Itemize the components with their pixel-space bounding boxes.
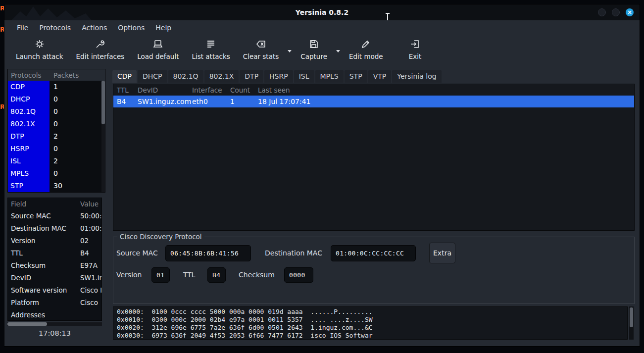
load-default-button[interactable]: Load default	[131, 35, 185, 62]
packet-interface-cell: eth0	[189, 98, 227, 105]
scrollbar-thumb[interactable]	[7, 322, 47, 326]
destination-mac-input[interactable]	[331, 245, 416, 261]
checksum-input[interactable]	[284, 267, 313, 283]
protocol-row[interactable]: 802.1X 0	[8, 118, 102, 130]
scrollbar-thumb[interactable]	[101, 81, 105, 124]
field-row[interactable]: DevID SW1.ing	[8, 272, 101, 284]
menu-options[interactable]: Options	[112, 21, 150, 34]
maximize-button[interactable]	[612, 8, 620, 16]
field-row[interactable]: Source MAC 50:00:0	[8, 210, 101, 222]
protocol-row[interactable]: STP 30	[8, 180, 102, 192]
capture-button[interactable]: Capture	[294, 35, 334, 62]
tab-yersinia-log[interactable]: Yersinia log	[392, 70, 441, 83]
tab-cdp[interactable]: CDP	[112, 70, 137, 83]
tab-mpls[interactable]: MPLS	[315, 70, 344, 83]
field-row[interactable]: Checksum E97A	[8, 259, 101, 272]
protocol-row[interactable]: MPLS 0	[8, 167, 102, 180]
window-title: Yersinia 0.8.2	[4, 4, 640, 20]
ttl-label: TTL	[183, 271, 196, 279]
column-header-ttl[interactable]: TTL	[113, 86, 134, 94]
protocol-name-cell: HSRP	[8, 143, 50, 155]
wrench-icon	[94, 38, 106, 50]
toolbar-label: List attacks	[192, 52, 230, 60]
scrollbar-thumb[interactable]	[630, 307, 633, 327]
edit-mode-button[interactable]: Edit mode	[343, 35, 390, 62]
close-button[interactable]: ×	[626, 8, 634, 16]
tab-8021x[interactable]: 802.1X	[204, 70, 239, 83]
column-header-value[interactable]: Value	[80, 200, 101, 208]
menu-help[interactable]: Help	[150, 21, 177, 34]
protocol-packets-cell: 2	[50, 155, 102, 167]
list-attacks-button[interactable]: List attacks	[185, 35, 236, 62]
hex-line: 0x0010: 0300 000c 2000 02b4 e97a 0001 00…	[117, 316, 624, 324]
toolbar-label: Edit mode	[349, 52, 383, 60]
column-header-interface[interactable]: Interface	[189, 86, 227, 94]
window-controls: ×	[598, 8, 634, 16]
tab-dtp[interactable]: DTP	[240, 70, 263, 83]
column-header-field[interactable]: Field	[8, 200, 80, 208]
protocols-scrollbar[interactable]	[101, 81, 105, 192]
menu-protocols[interactable]: Protocols	[34, 21, 76, 34]
column-header-last-seen[interactable]: Last seen	[254, 86, 634, 94]
field-row[interactable]: TTL B4	[8, 247, 101, 259]
tab-vtp[interactable]: VTP	[368, 70, 392, 83]
column-header-protocols[interactable]: Protocols	[8, 71, 50, 79]
source-mac-label: Source MAC	[116, 249, 158, 257]
ttl-input[interactable]	[207, 267, 226, 283]
tab-8021q[interactable]: 802.1Q	[168, 70, 203, 83]
toolbar-label: Clear stats	[243, 52, 279, 60]
field-name-cell: Software version	[8, 284, 80, 297]
field-value-cell: Cisco IO	[80, 284, 101, 297]
chevron-down-icon	[288, 50, 292, 52]
tab-dhcp[interactable]: DHCP	[138, 70, 167, 83]
field-row[interactable]: Version 02	[8, 235, 101, 247]
chevron-down-icon	[336, 50, 340, 52]
tab-isl[interactable]: ISL	[294, 70, 314, 83]
exit-button[interactable]: Exit	[402, 35, 428, 62]
extra-button[interactable]: Extra	[429, 243, 455, 263]
fields-panel-header: Field Value	[8, 198, 101, 210]
column-header-packets[interactable]: Packets	[50, 71, 105, 79]
column-header-devid[interactable]: DevID	[134, 86, 189, 94]
column-header-count[interactable]: Count	[227, 86, 254, 94]
laptop-icon	[152, 38, 164, 50]
field-name-cell: DevID	[8, 272, 80, 284]
protocol-name-cell: CDP	[8, 81, 50, 93]
protocol-row[interactable]: HSRP 0	[8, 143, 102, 155]
toolbar: Launch attack Edit interfaces	[4, 35, 640, 69]
field-name-cell: Platform	[8, 297, 80, 309]
launch-attack-button[interactable]: Launch attack	[9, 35, 70, 62]
field-row[interactable]: Addresses	[8, 309, 101, 321]
version-input[interactable]	[151, 267, 170, 283]
clear-stats-dropdown-arrow[interactable]	[285, 50, 294, 52]
protocol-row[interactable]: CDP 1	[8, 81, 102, 93]
protocol-row[interactable]: DTP 2	[8, 130, 102, 143]
tab-hsrp[interactable]: HSRP	[264, 70, 293, 83]
capture-dropdown-arrow[interactable]	[334, 50, 343, 52]
field-row[interactable]: Destination MAC 01:00:0	[8, 222, 101, 235]
protocol-row[interactable]: 802.1Q 0	[8, 105, 102, 118]
protocol-packets-cell: 0	[50, 143, 102, 155]
clear-stats-button[interactable]: Clear stats	[237, 35, 286, 62]
menu-file[interactable]: File	[11, 21, 34, 34]
tab-stp[interactable]: STP	[345, 70, 367, 83]
hex-dump-view[interactable]: 0x0000: 0100 0ccc cccc 5000 000a 0000 01…	[113, 306, 628, 340]
field-value-cell	[80, 309, 101, 321]
fields-panel: Field Value Source MAC 50:00:0 Destinati…	[7, 198, 102, 321]
protocol-row[interactable]: DHCP 0	[8, 93, 102, 105]
hex-scrollbar[interactable]	[629, 306, 634, 340]
frame-title: Cisco Discovery Protocol	[117, 233, 204, 241]
source-mac-input[interactable]	[165, 245, 251, 261]
titlebar[interactable]: Yersinia 0.8.2 ×	[4, 4, 640, 20]
packet-row-selected[interactable]: B4 SW1.inguz.com eth0 1 18 Jul 17:07:41	[113, 96, 634, 107]
field-row[interactable]: Software version Cisco IO	[8, 284, 101, 297]
protocol-row[interactable]: ISL 2	[8, 155, 102, 167]
edit-interfaces-button[interactable]: Edit interfaces	[70, 35, 131, 62]
status-clock: 17:08:13	[7, 329, 102, 337]
menu-actions[interactable]: Actions	[76, 21, 112, 34]
fields-horizontal-scrollbar[interactable]	[7, 322, 102, 326]
field-value-cell: 01:00:0	[80, 222, 101, 235]
protocol-packets-cell: 0	[50, 93, 102, 105]
field-row[interactable]: Platform Cisco	[8, 297, 101, 309]
minimize-button[interactable]	[598, 8, 606, 16]
